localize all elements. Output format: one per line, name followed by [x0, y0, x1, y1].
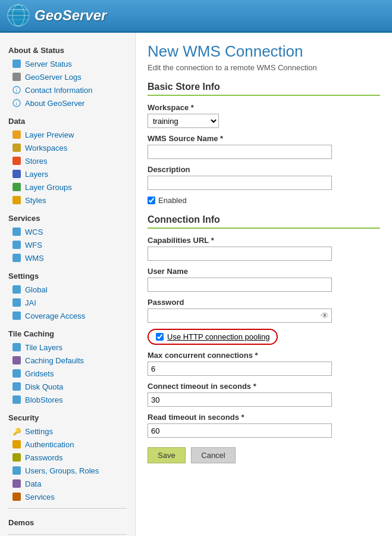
- logs-icon: [12, 72, 21, 82]
- sidebar-item-data-security[interactable]: Data: [0, 477, 135, 490]
- sidebar-item-layer-preview[interactable]: Layer Preview: [0, 128, 135, 141]
- sidebar-item-wms[interactable]: WMS: [0, 251, 135, 264]
- layer-groups-icon: [12, 182, 21, 192]
- wms-source-name-input[interactable]: [148, 145, 332, 159]
- page-subtitle: Edit the connection to a remote WMS Conn…: [148, 63, 380, 72]
- sidebar-item-wcs[interactable]: WCS: [0, 225, 135, 238]
- jai-icon: [12, 298, 21, 307]
- sidebar-item-styles[interactable]: Styles: [0, 194, 135, 207]
- sidebar-item-global[interactable]: Global: [0, 283, 135, 296]
- workspace-select[interactable]: training: [148, 114, 219, 128]
- sidebar-item-authentication[interactable]: Authentication: [0, 438, 135, 451]
- sidebar-item-layer-groups[interactable]: Layer Groups: [0, 180, 135, 194]
- http-pooling-label: Use HTTP connection pooling: [167, 332, 269, 341]
- data-security-icon: [12, 479, 21, 488]
- layout: About & Status Server Status GeoServer L…: [0, 33, 392, 536]
- svg-text:🔑: 🔑: [12, 427, 21, 435]
- logo-text: GeoServer: [35, 7, 106, 24]
- user-name-group: User Name: [148, 267, 380, 292]
- read-timeout-input[interactable]: [148, 423, 332, 438]
- read-timeout-group: Read timeout in seconds *: [148, 413, 380, 438]
- description-label: Description: [148, 165, 380, 174]
- sidebar-item-blobstores[interactable]: BlobStores: [0, 393, 135, 406]
- wcs-icon: [12, 227, 21, 236]
- connect-timeout-input[interactable]: [148, 392, 332, 407]
- sidebar-item-users-groups-roles[interactable]: Users, Groups, Roles: [0, 464, 135, 477]
- layers-icon: [12, 169, 21, 179]
- connection-info-header: Connection Info: [148, 214, 380, 229]
- contact-icon: i: [12, 85, 21, 95]
- disk-quota-icon: [12, 382, 21, 391]
- sidebar: About & Status Server Status GeoServer L…: [0, 33, 136, 536]
- capabilities-url-input[interactable]: [148, 247, 332, 261]
- authentication-icon: [12, 440, 21, 449]
- sidebar-item-security-settings[interactable]: 🔑 Settings: [0, 425, 135, 438]
- eye-icon[interactable]: 👁: [321, 311, 329, 320]
- sidebar-item-passwords[interactable]: Passwords: [0, 451, 135, 464]
- styles-icon: [12, 195, 21, 205]
- passwords-icon: [12, 453, 21, 462]
- password-row: 👁: [148, 308, 332, 323]
- sidebar-section-security: Security: [0, 409, 135, 425]
- description-group: Description: [148, 165, 380, 190]
- sidebar-item-server-status[interactable]: Server Status: [0, 57, 135, 70]
- sidebar-section-data: Data: [0, 112, 135, 128]
- sidebar-item-disk-quota[interactable]: Disk Quota: [0, 380, 135, 393]
- max-concurrent-label: Max concurrent connections *: [148, 351, 380, 360]
- description-input[interactable]: [148, 176, 332, 190]
- password-group: Password 👁: [148, 298, 380, 323]
- workspace-group: Workspace * training: [148, 103, 380, 128]
- sidebar-item-layers[interactable]: Layers: [0, 167, 135, 180]
- sidebar-divider-2: [8, 534, 127, 535]
- save-button[interactable]: Save: [148, 447, 186, 463]
- connect-timeout-label: Connect timeout in seconds *: [148, 382, 380, 391]
- sidebar-item-tile-layers[interactable]: Tile Layers: [0, 341, 135, 354]
- enabled-label: Enabled: [158, 196, 187, 205]
- button-row: Save Cancel: [148, 447, 380, 463]
- capabilities-url-group: Capabilities URL *: [148, 236, 380, 261]
- capabilities-url-label: Capabilities URL *: [148, 236, 380, 245]
- sidebar-item-caching-defaults[interactable]: Caching Defaults: [0, 354, 135, 367]
- sidebar-item-wfs[interactable]: WFS: [0, 238, 135, 251]
- svg-text:i: i: [16, 101, 17, 107]
- sidebar-section-settings: Settings: [0, 267, 135, 283]
- main-content: New WMS Connection Edit the connection t…: [136, 33, 392, 536]
- global-icon: [12, 285, 21, 294]
- sidebar-item-stores[interactable]: Stores: [0, 154, 135, 167]
- wfs-icon: [12, 240, 21, 250]
- wms-icon: [12, 253, 21, 263]
- connection-info-section: Connection Info Capabilities URL * User …: [148, 214, 380, 438]
- max-concurrent-input[interactable]: [148, 362, 332, 376]
- max-concurrent-group: Max concurrent connections *: [148, 351, 380, 376]
- sidebar-section-about: About & Status: [0, 41, 135, 57]
- sidebar-item-contact-information[interactable]: i Contact Information: [0, 83, 135, 96]
- coverage-access-icon: [12, 311, 21, 320]
- sidebar-item-jai[interactable]: JAI: [0, 296, 135, 309]
- logo-globe-icon: [7, 4, 30, 27]
- stores-icon: [12, 156, 21, 166]
- http-pooling-checkbox[interactable]: [156, 333, 164, 341]
- caching-defaults-icon: [12, 356, 21, 365]
- user-name-label: User Name: [148, 267, 380, 276]
- user-name-input[interactable]: [148, 278, 332, 292]
- tile-layers-icon: [12, 342, 21, 352]
- sidebar-item-workspaces[interactable]: Workspaces: [0, 141, 135, 154]
- users-groups-roles-icon: [12, 466, 21, 475]
- server-status-icon: [12, 59, 21, 68]
- cancel-button[interactable]: Cancel: [191, 447, 235, 463]
- sidebar-item-services-security[interactable]: Services: [0, 490, 135, 503]
- services-security-icon: [12, 492, 21, 501]
- basic-store-info-header: Basic Store Info: [148, 82, 380, 96]
- sidebar-section-demos: Demos: [0, 513, 135, 529]
- layer-preview-icon: [12, 130, 21, 139]
- blobstores-icon: [12, 395, 21, 404]
- header: GeoServer: [0, 0, 392, 33]
- sidebar-item-gridsets[interactable]: Gridsets: [0, 367, 135, 380]
- sidebar-item-geoserver-logs[interactable]: GeoServer Logs: [0, 70, 135, 83]
- svg-text:i: i: [16, 88, 17, 94]
- about-icon: i: [12, 98, 21, 108]
- password-input[interactable]: [148, 308, 332, 323]
- sidebar-item-about-geoserver[interactable]: i About GeoServer: [0, 96, 135, 110]
- enabled-checkbox[interactable]: [148, 197, 155, 204]
- sidebar-item-coverage-access[interactable]: Coverage Access: [0, 309, 135, 322]
